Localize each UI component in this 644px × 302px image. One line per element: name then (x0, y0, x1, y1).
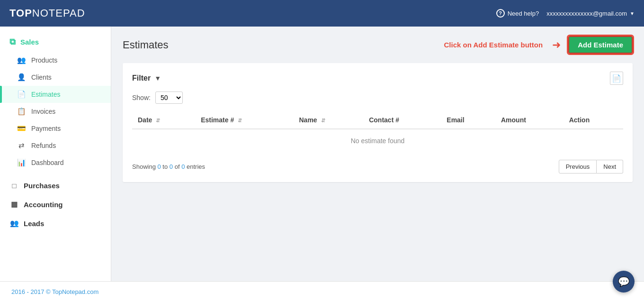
sidebar-section-purchases[interactable]: □ Purchases (0, 176, 111, 195)
col-contact-num: Contact # (363, 111, 441, 129)
showing-to: 0 (170, 163, 173, 170)
pagination-buttons: Previous Next (559, 160, 623, 174)
invoices-icon: 📋 (17, 107, 26, 116)
footer: 2016 - 2017 © TopNotepad.com (0, 281, 644, 302)
show-select[interactable]: 10 25 50 100 (155, 92, 183, 104)
showing-text: Showing 0 to 0 of 0 entries (132, 163, 205, 170)
body-container: ⧉ Sales 👥 Products 👤 Clients 📄 Estimates… (0, 27, 644, 281)
sidebar-payments-label: Payments (31, 125, 61, 132)
sidebar-refunds-label: Refunds (31, 142, 56, 149)
active-indicator (0, 86, 2, 103)
filter-funnel-icon: ▼ (154, 74, 161, 82)
user-email-text: xxxxxxxxxxxxxxx@gmail.com (546, 10, 627, 17)
sidebar-item-estimates[interactable]: 📄 Estimates (0, 86, 111, 103)
showing-prefix: Showing (132, 163, 157, 170)
col-name: Name ⇵ (294, 111, 364, 129)
sidebar-clients-label: Clients (31, 73, 52, 81)
dashboard-icon: 📊 (17, 158, 26, 167)
estimate-num-sort-icon[interactable]: ⇵ (238, 118, 242, 124)
refunds-icon: ⇄ (17, 141, 26, 150)
footer-copyright: 2016 - 2017 © TopNotepad.com (11, 288, 98, 295)
empty-message: No estimate found (132, 129, 623, 152)
app-logo: TopNotepad (9, 7, 85, 19)
empty-row: No estimate found (132, 129, 623, 152)
click-hint-text: Click on Add Estimate button (444, 41, 543, 49)
table-body: No estimate found (132, 129, 623, 152)
col-amount: Amount (495, 111, 564, 129)
need-help-label: Need help? (508, 10, 539, 17)
payments-icon: 💳 (17, 124, 26, 133)
sidebar-accounting-label: Accounting (24, 201, 63, 209)
products-icon: 👥 (17, 56, 26, 64)
sidebar-item-refunds[interactable]: ⇄ Refunds (0, 137, 111, 154)
filter-title-text: Filter (132, 74, 151, 82)
previous-button[interactable]: Previous (559, 160, 597, 174)
col-estimate-num: Estimate # ⇵ (195, 111, 293, 129)
pagination-row: Showing 0 to 0 of 0 entries Previous Nex… (132, 160, 623, 174)
sidebar-invoices-label: Invoices (31, 108, 55, 115)
accounting-section-icon: ▩ (9, 200, 19, 209)
sidebar-purchases-label: Purchases (24, 182, 60, 190)
sidebar-item-clients[interactable]: 👤 Clients (0, 69, 111, 86)
sidebar-leads-label: Leads (24, 220, 44, 228)
arrow-right-icon: ➜ (552, 39, 561, 51)
col-action: Action (564, 111, 623, 129)
name-sort-icon[interactable]: ⇵ (321, 118, 325, 124)
show-label: Show: (132, 94, 151, 101)
user-menu[interactable]: xxxxxxxxxxxxxxx@gmail.com ▼ (546, 10, 635, 17)
showing-suffix: entries (187, 163, 205, 170)
filter-title-group: Filter ▼ (132, 74, 161, 82)
purchases-section-icon: □ (9, 181, 19, 190)
showing-to-label: to (162, 163, 169, 170)
sidebar-item-invoices[interactable]: 📋 Invoices (0, 103, 111, 120)
need-help-button[interactable]: ? Need help? (496, 9, 539, 18)
export-button[interactable]: 📄 (610, 72, 623, 85)
sidebar-estimates-label: Estimates (31, 91, 60, 98)
sidebar-item-payments[interactable]: 💳 Payments (0, 120, 111, 137)
add-estimate-button[interactable]: Add Estimate (568, 36, 633, 54)
showing-of: 0 (181, 163, 185, 170)
clients-icon: 👤 (17, 73, 26, 82)
col-email: Email (441, 111, 495, 129)
sidebar: ⧉ Sales 👥 Products 👤 Clients 📄 Estimates… (0, 27, 111, 281)
sidebar-section-sales[interactable]: ⧉ Sales (0, 32, 111, 52)
chat-icon: 💬 (618, 276, 630, 287)
sidebar-dashboard-label: Dashboard (31, 159, 64, 166)
sidebar-item-products[interactable]: 👥 Products (0, 52, 111, 69)
page-header-right: Click on Add Estimate button ➜ Add Estim… (444, 36, 633, 54)
estimates-icon: 📄 (17, 90, 26, 99)
show-row: Show: 10 25 50 100 (132, 92, 623, 104)
page-header: Estimates Click on Add Estimate button ➜… (123, 36, 633, 54)
date-sort-icon[interactable]: ⇵ (156, 118, 160, 124)
user-dropdown-arrow: ▼ (630, 11, 635, 16)
sidebar-sales-label: Sales (20, 38, 39, 46)
main-content: Estimates Click on Add Estimate button ➜… (111, 27, 644, 281)
app-header: TopNotepad ? Need help? xxxxxxxxxxxxxxx@… (0, 0, 644, 27)
sidebar-section-leads[interactable]: 👥 Leads (0, 214, 111, 233)
chat-bubble-button[interactable]: 💬 (613, 271, 635, 293)
showing-from: 0 (157, 163, 161, 170)
page-title: Estimates (123, 39, 169, 51)
filter-card: Filter ▼ 📄 Show: 10 25 50 100 (123, 63, 633, 182)
sidebar-section-accounting[interactable]: ▩ Accounting (0, 195, 111, 214)
help-icon: ? (496, 9, 505, 18)
table-header: Date ⇵ Estimate # ⇵ Name ⇵ Contact # (132, 111, 623, 129)
col-date: Date ⇵ (132, 111, 195, 129)
filter-header: Filter ▼ 📄 (132, 72, 623, 85)
next-button[interactable]: Next (597, 160, 623, 174)
header-right: ? Need help? xxxxxxxxxxxxxxx@gmail.com ▼ (496, 9, 635, 18)
sidebar-item-dashboard[interactable]: 📊 Dashboard (0, 154, 111, 171)
showing-of-label: of (175, 163, 181, 170)
sales-icon: ⧉ (9, 37, 16, 47)
sidebar-products-label: Products (31, 56, 57, 64)
estimates-table: Date ⇵ Estimate # ⇵ Name ⇵ Contact # (132, 111, 623, 152)
leads-section-icon: 👥 (9, 219, 19, 228)
